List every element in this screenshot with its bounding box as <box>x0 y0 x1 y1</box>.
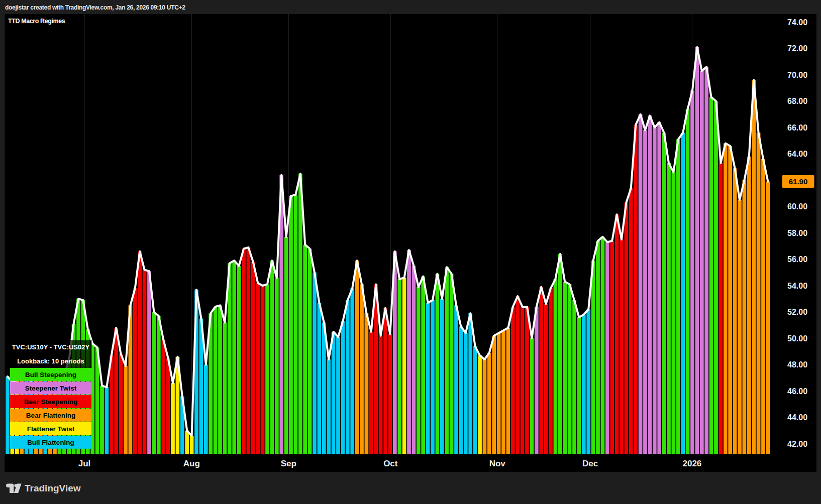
svg-text:50.00: 50.00 <box>787 334 807 343</box>
svg-text:56.00: 56.00 <box>787 255 807 264</box>
svg-text:TVC:US10Y - TVC:US02Y: TVC:US10Y - TVC:US02Y <box>12 343 90 351</box>
svg-text:64.00: 64.00 <box>787 150 807 158</box>
svg-text:72.00: 72.00 <box>787 44 807 53</box>
svg-text:58.00: 58.00 <box>787 229 807 237</box>
svg-text:54.00: 54.00 <box>787 282 807 290</box>
svg-text:46.00: 46.00 <box>787 387 807 396</box>
svg-text:Flattener Twist: Flattener Twist <box>27 425 75 433</box>
svg-text:Bear Steepening: Bear Steepening <box>24 398 78 406</box>
svg-text:Aug: Aug <box>183 459 200 468</box>
svg-text:61.90: 61.90 <box>789 177 808 186</box>
svg-text:74.00: 74.00 <box>787 18 807 27</box>
svg-text:68.00: 68.00 <box>787 97 807 105</box>
svg-text:doejistar created with Trading: doejistar created with TradingView.com, … <box>5 4 185 11</box>
svg-text:Sep: Sep <box>281 459 296 468</box>
svg-text:Bear Flattening: Bear Flattening <box>26 412 75 419</box>
svg-text:TradingView: TradingView <box>25 483 81 493</box>
svg-text:Lookback: 10 periods: Lookback: 10 periods <box>17 357 84 365</box>
svg-text:2026: 2026 <box>682 459 701 468</box>
svg-text:44.00: 44.00 <box>787 413 807 422</box>
svg-text:66.00: 66.00 <box>787 123 807 132</box>
svg-text:Dec: Dec <box>582 459 598 468</box>
svg-text:52.00: 52.00 <box>787 308 807 316</box>
svg-text:48.00: 48.00 <box>787 360 807 369</box>
svg-text:70.00: 70.00 <box>787 71 807 79</box>
svg-text:Bull Steepening: Bull Steepening <box>25 371 76 379</box>
svg-text:Bull Flattening: Bull Flattening <box>27 439 74 446</box>
svg-text:Jul: Jul <box>78 459 91 468</box>
svg-text:Steepener Twist: Steepener Twist <box>25 385 77 392</box>
svg-text:Nov: Nov <box>489 459 506 468</box>
svg-text:60.00: 60.00 <box>787 202 807 211</box>
svg-text:42.00: 42.00 <box>787 440 807 448</box>
svg-text:TTD Macro Regimes: TTD Macro Regimes <box>8 18 65 25</box>
svg-text:Oct: Oct <box>383 459 398 468</box>
